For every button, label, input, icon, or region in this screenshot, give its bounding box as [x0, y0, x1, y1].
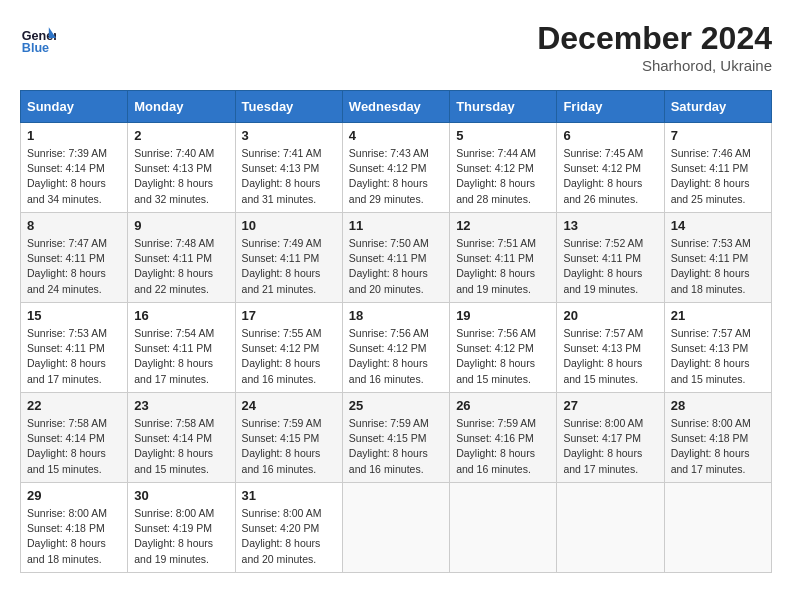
- weekday-header-saturday: Saturday: [664, 91, 771, 123]
- day-info: Sunrise: 7:41 AMSunset: 4:13 PMDaylight:…: [242, 147, 322, 205]
- calendar-cell: 11 Sunrise: 7:50 AMSunset: 4:11 PMDaylig…: [342, 213, 449, 303]
- day-info: Sunrise: 7:57 AMSunset: 4:13 PMDaylight:…: [563, 327, 643, 385]
- day-info: Sunrise: 7:56 AMSunset: 4:12 PMDaylight:…: [456, 327, 536, 385]
- day-info: Sunrise: 7:59 AMSunset: 4:15 PMDaylight:…: [242, 417, 322, 475]
- day-number: 6: [563, 128, 657, 143]
- calendar-cell: 17 Sunrise: 7:55 AMSunset: 4:12 PMDaylig…: [235, 303, 342, 393]
- day-number: 31: [242, 488, 336, 503]
- calendar-cell: 15 Sunrise: 7:53 AMSunset: 4:11 PMDaylig…: [21, 303, 128, 393]
- calendar-cell: 26 Sunrise: 7:59 AMSunset: 4:16 PMDaylig…: [450, 393, 557, 483]
- calendar-cell: 4 Sunrise: 7:43 AMSunset: 4:12 PMDayligh…: [342, 123, 449, 213]
- calendar-cell: 30 Sunrise: 8:00 AMSunset: 4:19 PMDaylig…: [128, 483, 235, 573]
- day-number: 1: [27, 128, 121, 143]
- day-info: Sunrise: 7:50 AMSunset: 4:11 PMDaylight:…: [349, 237, 429, 295]
- day-info: Sunrise: 7:59 AMSunset: 4:15 PMDaylight:…: [349, 417, 429, 475]
- calendar-cell: [342, 483, 449, 573]
- day-number: 23: [134, 398, 228, 413]
- calendar-cell: 8 Sunrise: 7:47 AMSunset: 4:11 PMDayligh…: [21, 213, 128, 303]
- calendar-cell: 3 Sunrise: 7:41 AMSunset: 4:13 PMDayligh…: [235, 123, 342, 213]
- day-info: Sunrise: 7:40 AMSunset: 4:13 PMDaylight:…: [134, 147, 214, 205]
- calendar-cell: 25 Sunrise: 7:59 AMSunset: 4:15 PMDaylig…: [342, 393, 449, 483]
- day-number: 12: [456, 218, 550, 233]
- svg-text:Blue: Blue: [22, 41, 49, 55]
- day-number: 16: [134, 308, 228, 323]
- day-info: Sunrise: 7:47 AMSunset: 4:11 PMDaylight:…: [27, 237, 107, 295]
- calendar-cell: 10 Sunrise: 7:49 AMSunset: 4:11 PMDaylig…: [235, 213, 342, 303]
- day-number: 7: [671, 128, 765, 143]
- calendar-cell: 28 Sunrise: 8:00 AMSunset: 4:18 PMDaylig…: [664, 393, 771, 483]
- calendar-cell: 13 Sunrise: 7:52 AMSunset: 4:11 PMDaylig…: [557, 213, 664, 303]
- calendar-cell: 2 Sunrise: 7:40 AMSunset: 4:13 PMDayligh…: [128, 123, 235, 213]
- day-info: Sunrise: 7:58 AMSunset: 4:14 PMDaylight:…: [27, 417, 107, 475]
- calendar-cell: 18 Sunrise: 7:56 AMSunset: 4:12 PMDaylig…: [342, 303, 449, 393]
- day-number: 22: [27, 398, 121, 413]
- calendar-cell: 19 Sunrise: 7:56 AMSunset: 4:12 PMDaylig…: [450, 303, 557, 393]
- calendar-cell: 23 Sunrise: 7:58 AMSunset: 4:14 PMDaylig…: [128, 393, 235, 483]
- day-number: 8: [27, 218, 121, 233]
- calendar-cell: 29 Sunrise: 8:00 AMSunset: 4:18 PMDaylig…: [21, 483, 128, 573]
- day-info: Sunrise: 8:00 AMSunset: 4:17 PMDaylight:…: [563, 417, 643, 475]
- day-number: 26: [456, 398, 550, 413]
- calendar-cell: [664, 483, 771, 573]
- day-info: Sunrise: 7:53 AMSunset: 4:11 PMDaylight:…: [671, 237, 751, 295]
- day-number: 27: [563, 398, 657, 413]
- logo: General Blue: [20, 20, 56, 56]
- day-info: Sunrise: 7:39 AMSunset: 4:14 PMDaylight:…: [27, 147, 107, 205]
- calendar-week-row: 8 Sunrise: 7:47 AMSunset: 4:11 PMDayligh…: [21, 213, 772, 303]
- day-number: 4: [349, 128, 443, 143]
- calendar-cell: 16 Sunrise: 7:54 AMSunset: 4:11 PMDaylig…: [128, 303, 235, 393]
- day-number: 28: [671, 398, 765, 413]
- day-number: 20: [563, 308, 657, 323]
- day-info: Sunrise: 8:00 AMSunset: 4:18 PMDaylight:…: [671, 417, 751, 475]
- day-info: Sunrise: 7:52 AMSunset: 4:11 PMDaylight:…: [563, 237, 643, 295]
- day-number: 15: [27, 308, 121, 323]
- weekday-header-wednesday: Wednesday: [342, 91, 449, 123]
- day-number: 5: [456, 128, 550, 143]
- weekday-header-friday: Friday: [557, 91, 664, 123]
- month-year-title: December 2024: [537, 20, 772, 57]
- day-number: 29: [27, 488, 121, 503]
- day-info: Sunrise: 7:43 AMSunset: 4:12 PMDaylight:…: [349, 147, 429, 205]
- day-info: Sunrise: 7:55 AMSunset: 4:12 PMDaylight:…: [242, 327, 322, 385]
- day-info: Sunrise: 7:57 AMSunset: 4:13 PMDaylight:…: [671, 327, 751, 385]
- calendar-cell: 7 Sunrise: 7:46 AMSunset: 4:11 PMDayligh…: [664, 123, 771, 213]
- day-number: 30: [134, 488, 228, 503]
- calendar-cell: 20 Sunrise: 7:57 AMSunset: 4:13 PMDaylig…: [557, 303, 664, 393]
- calendar-week-row: 29 Sunrise: 8:00 AMSunset: 4:18 PMDaylig…: [21, 483, 772, 573]
- day-info: Sunrise: 7:45 AMSunset: 4:12 PMDaylight:…: [563, 147, 643, 205]
- calendar-header-row: SundayMondayTuesdayWednesdayThursdayFrid…: [21, 91, 772, 123]
- day-info: Sunrise: 7:49 AMSunset: 4:11 PMDaylight:…: [242, 237, 322, 295]
- page-header: General Blue December 2024 Sharhorod, Uk…: [20, 20, 772, 74]
- calendar-cell: 14 Sunrise: 7:53 AMSunset: 4:11 PMDaylig…: [664, 213, 771, 303]
- day-info: Sunrise: 7:51 AMSunset: 4:11 PMDaylight:…: [456, 237, 536, 295]
- day-number: 19: [456, 308, 550, 323]
- calendar-cell: 12 Sunrise: 7:51 AMSunset: 4:11 PMDaylig…: [450, 213, 557, 303]
- day-number: 13: [563, 218, 657, 233]
- day-info: Sunrise: 7:46 AMSunset: 4:11 PMDaylight:…: [671, 147, 751, 205]
- day-number: 9: [134, 218, 228, 233]
- title-block: December 2024 Sharhorod, Ukraine: [537, 20, 772, 74]
- day-info: Sunrise: 7:44 AMSunset: 4:12 PMDaylight:…: [456, 147, 536, 205]
- day-number: 18: [349, 308, 443, 323]
- weekday-header-sunday: Sunday: [21, 91, 128, 123]
- day-number: 11: [349, 218, 443, 233]
- calendar-week-row: 15 Sunrise: 7:53 AMSunset: 4:11 PMDaylig…: [21, 303, 772, 393]
- day-number: 17: [242, 308, 336, 323]
- calendar-cell: [557, 483, 664, 573]
- weekday-header-monday: Monday: [128, 91, 235, 123]
- calendar-table: SundayMondayTuesdayWednesdayThursdayFrid…: [20, 90, 772, 573]
- day-number: 10: [242, 218, 336, 233]
- weekday-header-tuesday: Tuesday: [235, 91, 342, 123]
- day-number: 24: [242, 398, 336, 413]
- day-number: 2: [134, 128, 228, 143]
- day-number: 3: [242, 128, 336, 143]
- logo-icon: General Blue: [20, 20, 56, 56]
- location-subtitle: Sharhorod, Ukraine: [537, 57, 772, 74]
- calendar-week-row: 22 Sunrise: 7:58 AMSunset: 4:14 PMDaylig…: [21, 393, 772, 483]
- day-number: 21: [671, 308, 765, 323]
- day-info: Sunrise: 7:56 AMSunset: 4:12 PMDaylight:…: [349, 327, 429, 385]
- day-info: Sunrise: 7:53 AMSunset: 4:11 PMDaylight:…: [27, 327, 107, 385]
- day-info: Sunrise: 7:59 AMSunset: 4:16 PMDaylight:…: [456, 417, 536, 475]
- calendar-cell: 9 Sunrise: 7:48 AMSunset: 4:11 PMDayligh…: [128, 213, 235, 303]
- day-info: Sunrise: 7:48 AMSunset: 4:11 PMDaylight:…: [134, 237, 214, 295]
